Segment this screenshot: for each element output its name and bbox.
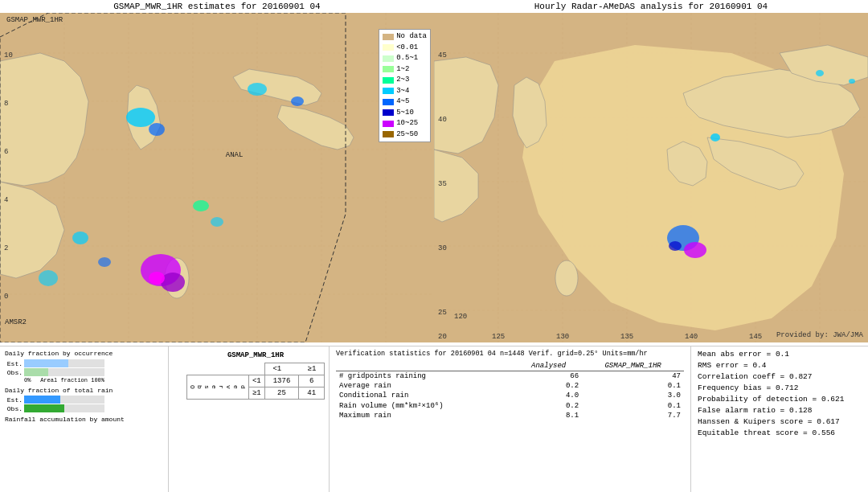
left-stats-title2: Daily fraction of total rain xyxy=(5,387,163,394)
svg-text:10: 10 xyxy=(4,51,13,59)
legend-item-34: 3~4 xyxy=(383,86,427,97)
legend-item-12: 1~2 xyxy=(383,64,427,76)
legend-item-510: 5~10 xyxy=(383,108,427,119)
verif-table: Analysed GSMAP_MWR_1HR # gridpoints rain… xyxy=(336,361,684,420)
legend-label-12: 1~2 xyxy=(396,64,409,76)
anal-label: ANAL xyxy=(226,151,244,159)
freq-bias: Frequency bias = 0.712 xyxy=(698,383,862,392)
est-rain-bar-outer xyxy=(24,396,104,404)
legend-color-051 xyxy=(383,55,394,62)
gsmap-label: GSMAP_MWR_1HR xyxy=(6,16,63,24)
svg-point-16 xyxy=(248,83,267,96)
svg-point-45 xyxy=(710,133,720,141)
right-map-svg: 45 40 35 30 25 125 130 135 140 145 20 12… xyxy=(434,13,868,342)
svg-text:125: 125 xyxy=(492,333,505,341)
amsr2-label: AMSR2 xyxy=(5,318,27,326)
axis-100: Areal fraction 100% xyxy=(40,377,104,383)
est-occurrence-bar-inner xyxy=(24,359,68,367)
left-stats-title1: Daily fraction by occurrence xyxy=(5,350,163,357)
svg-text:20: 20 xyxy=(438,333,447,341)
verif-row-0: # gridpoints raining 66 47 xyxy=(336,371,684,382)
legend-color-34 xyxy=(383,88,394,94)
svg-text:145: 145 xyxy=(749,333,762,341)
equitable-threat: Equitable threat score = 0.556 xyxy=(698,428,862,437)
verif-row-3-gsmap: 0.1 xyxy=(582,400,684,411)
legend-color-2550 xyxy=(383,131,394,137)
obs-occurrence-bar-inner xyxy=(24,368,48,376)
legend-label-1025: 10~25 xyxy=(396,118,418,129)
ct-cell-r2c2: 41 xyxy=(299,387,325,400)
ct-cell-r1c2: 6 xyxy=(299,375,325,387)
legend-color-45 xyxy=(383,99,394,105)
svg-point-23 xyxy=(39,270,58,286)
ct-col-header1: <1 xyxy=(272,365,281,373)
prob-detection: Probability of detection = 0.621 xyxy=(698,395,862,404)
obs-occurrence-row: Obs. xyxy=(5,368,163,376)
obs-label: Obs. xyxy=(5,369,23,376)
legend-label-510: 5~10 xyxy=(396,108,414,119)
svg-point-14 xyxy=(126,108,155,127)
legend-label-001: <0.01 xyxy=(396,43,418,54)
rms-error: RMS error = 0.4 xyxy=(698,361,862,370)
obs-rain-bar-inner xyxy=(24,404,64,412)
est-rain-row: Est. xyxy=(5,396,163,404)
ct-row-header1: <1 xyxy=(248,375,264,387)
legend-color-001 xyxy=(383,44,394,51)
obs-occurrence-bar-outer xyxy=(24,368,104,376)
verif-col-blank xyxy=(336,361,515,371)
legend-item-051: 0.5~1 xyxy=(383,53,427,64)
hanssen-kuipers: Hanssen & Kuipers score = 0.617 xyxy=(698,417,862,426)
svg-point-50 xyxy=(669,241,682,251)
svg-text:35: 35 xyxy=(438,180,447,188)
svg-point-24 xyxy=(193,200,209,211)
svg-text:45: 45 xyxy=(438,51,447,59)
est-rain-label: Est. xyxy=(5,396,23,404)
obs-rain-bar-outer xyxy=(24,404,104,412)
svg-point-44 xyxy=(555,260,578,296)
left-stats-title3: Rainfall accumulation by amount xyxy=(5,416,163,423)
verif-row-1-label: Average rain xyxy=(336,381,515,391)
verif-row-2: Conditional rain 4.0 3.0 xyxy=(336,391,684,400)
svg-text:8: 8 xyxy=(4,100,8,108)
right-map-title: Hourly Radar-AMeDAS analysis for 2016090… xyxy=(434,0,868,13)
main-container: GSMAP_MWR_1HR estimates for 20160901 04 xyxy=(0,0,868,492)
est-occurrence-row: Est. xyxy=(5,359,163,367)
svg-text:140: 140 xyxy=(685,333,698,341)
left-map-svg: 10 8 6 4 2 0 xyxy=(0,13,434,342)
legend-item-23: 2~3 xyxy=(383,75,427,86)
svg-text:130: 130 xyxy=(556,333,569,341)
legend-color-23 xyxy=(383,77,394,84)
verif-row-4-gsmap: 7.7 xyxy=(582,411,684,420)
occurrence-section: Est. Obs. 0% Areal fraction 100% xyxy=(5,359,163,383)
verif-row-2-gsmap: 3.0 xyxy=(582,391,684,400)
svg-text:30: 30 xyxy=(438,244,447,252)
verif-row-0-analysed: 66 xyxy=(515,371,582,382)
svg-point-15 xyxy=(149,123,165,136)
svg-text:135: 135 xyxy=(620,333,633,341)
svg-text:0: 0 xyxy=(4,293,8,301)
ct-cell-r1c1: 1376 xyxy=(264,375,299,387)
obs-rain-row: Obs. xyxy=(5,404,163,412)
contingency-table-panel: GSMAP_MWR_1HR <1 ≥1 xyxy=(169,346,330,492)
legend-color-nodata xyxy=(383,34,394,40)
legend-label-2550: 25~50 xyxy=(396,129,418,141)
left-map-canvas: 10 8 6 4 2 0 GSMAP_MWR_1HR AMSR2 ANAL No… xyxy=(0,13,434,342)
verif-row-3: Rain volume (mm*km²×10⁶) 0.2 0.1 xyxy=(336,400,684,411)
svg-point-47 xyxy=(849,79,855,84)
ct-col-header2: ≥1 xyxy=(308,365,317,373)
svg-point-21 xyxy=(72,232,88,244)
ct-title: GSMAP_MWR_1HR xyxy=(175,351,336,359)
verif-row-0-label: # gridpoints raining xyxy=(336,371,515,382)
verif-row-1: Average rain 0.2 0.1 xyxy=(336,381,684,391)
legend-item-1025: 10~25 xyxy=(383,118,427,129)
verif-row-1-analysed: 0.2 xyxy=(515,381,582,391)
legend-label-nodata: No data xyxy=(396,31,427,43)
occurrence-axis: 0% Areal fraction 100% xyxy=(5,377,104,383)
verif-stats-panel: Verification statistics for 20160901 04 … xyxy=(330,346,691,492)
est-label: Est. xyxy=(5,360,23,367)
svg-point-22 xyxy=(98,257,111,267)
axis-0: 0% xyxy=(24,377,31,383)
obs-rain-label: Obs. xyxy=(5,405,23,412)
svg-point-19 xyxy=(161,273,185,292)
svg-point-49 xyxy=(684,242,706,258)
